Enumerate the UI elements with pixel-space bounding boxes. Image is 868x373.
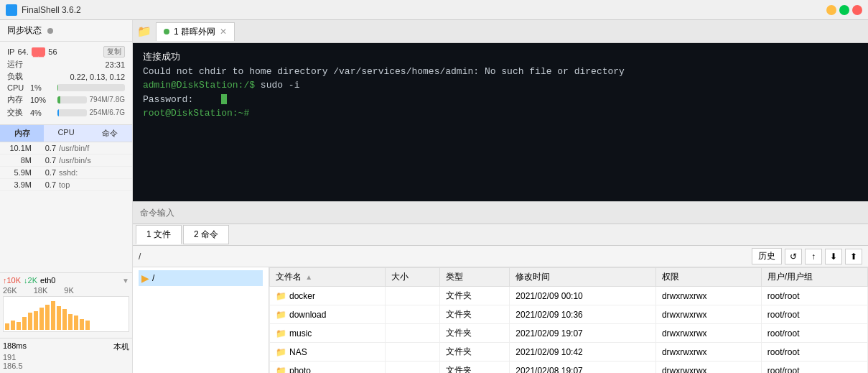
- swap-value: 4%: [30, 109, 52, 117]
- table-row[interactable]: 📁 docker 文件夹 2021/02/09 00:10 drwxrwxrwx…: [270, 287, 868, 305]
- ping-label-right: 本机: [113, 341, 129, 352]
- proc-cpu-4: 0.7: [34, 180, 56, 189]
- net-bar: [74, 316, 78, 330]
- tab-files[interactable]: 1 文件: [136, 225, 182, 244]
- sidebar-info: IP 64. ██ 56 复制 运行 23:31 负载 0.22, 0.13, …: [0, 42, 132, 125]
- download-button[interactable]: ⬇: [825, 249, 842, 264]
- ip-row: IP 64. ██ 56 复制: [7, 46, 125, 57]
- net-bar: [57, 306, 61, 330]
- cell-filename-4: 📁 photo: [270, 362, 386, 374]
- cell-perms-0: drwxrwxrwx: [655, 287, 761, 305]
- terminal-prompt-2: root@DiskStation:~#: [143, 108, 249, 119]
- file-table-header: 文件名 ▲ 大小 类型 修改时间 权限 用户/用户组: [270, 268, 868, 287]
- tab-commands-bottom[interactable]: 2 命令: [183, 225, 229, 244]
- col-modified[interactable]: 修改时间: [510, 268, 656, 287]
- tab-cpu[interactable]: CPU: [44, 125, 88, 142]
- mem-progress-bar: [57, 96, 87, 103]
- folder-icon[interactable]: 📁: [136, 23, 153, 40]
- tree-folder-icon: ▶: [141, 272, 149, 284]
- net-speeds: 26K 18K 9K: [3, 286, 129, 295]
- net-bar: [5, 323, 9, 330]
- tab-commands[interactable]: 命令: [88, 125, 132, 142]
- terminal-line-3: admin@DiskStation:/$ sudo -i: [143, 78, 858, 93]
- ping-value: 188ms: [3, 341, 27, 352]
- col-type[interactable]: 类型: [439, 268, 510, 287]
- proc-name-2: /usr/bin/s: [59, 156, 129, 165]
- up-button[interactable]: ↑: [805, 249, 822, 264]
- cell-filename-text-1: download: [289, 310, 326, 320]
- col-perms[interactable]: 权限: [655, 268, 761, 287]
- cell-type-0: 文件夹: [439, 287, 510, 305]
- file-folder-icon-2: 📁: [276, 328, 286, 339]
- cpu-progress-fill: [57, 84, 58, 91]
- file-path: /: [139, 252, 141, 262]
- net-bar: [17, 322, 21, 330]
- minimize-button[interactable]: [826, 5, 836, 15]
- cell-type-4: 文件夹: [439, 362, 510, 374]
- proc-name-4: top: [59, 180, 129, 189]
- proc-cpu-1: 0.7: [34, 144, 56, 152]
- terminal-line-4: Password:: [143, 93, 858, 107]
- session-tab[interactable]: 1 群晖外网 ✕: [156, 22, 235, 41]
- file-tree: ▶ /: [133, 267, 269, 373]
- table-row[interactable]: 📁 download 文件夹 2021/02/09 10:36 drwxrwxr…: [270, 305, 868, 324]
- terminal[interactable]: 连接成功 Could not chdir to home directory /…: [133, 43, 868, 201]
- cell-perms-2: drwxrwxrwx: [655, 324, 761, 343]
- swap-progress-row: 交换 4% 254M/6.7G: [7, 107, 125, 118]
- net-bar: [22, 317, 27, 330]
- ip-value: IP 64. ██ 56: [7, 47, 57, 56]
- table-row[interactable]: 📁 music 文件夹 2021/02/09 19:07 drwxrwxrwx …: [270, 324, 868, 343]
- cell-perms-3: drwxrwxrwx: [655, 343, 761, 362]
- tab-memory[interactable]: 内存: [0, 125, 44, 142]
- table-row[interactable]: 📁 NAS 文件夹 2021/02/09 10:42 drwxrwxrwx ro…: [270, 343, 868, 362]
- cell-size-1: [386, 305, 440, 324]
- net-speed-26k: 26K: [3, 286, 17, 295]
- network-chart: [3, 296, 129, 332]
- col-filename[interactable]: 文件名 ▲: [270, 268, 386, 287]
- proc-mem-2: 8M: [3, 156, 32, 165]
- process-list: 10.1M 0.7 /usr/bin/f 8M 0.7 /usr/bin/s 5…: [0, 142, 132, 272]
- maximize-button[interactable]: [839, 5, 849, 15]
- table-row[interactable]: 📁 photo 文件夹 2021/02/08 19:07 drwxrwxrwx …: [270, 362, 868, 374]
- process-item: 5.9M 0.7 sshd:: [0, 167, 132, 179]
- proc-cpu-2: 0.7: [34, 156, 56, 165]
- cpu-value: 1%: [30, 83, 52, 92]
- cell-type-2: 文件夹: [439, 324, 510, 343]
- swap-label: 交换: [7, 107, 27, 118]
- network-section: ↑10K ↓2K eth0 ▼ 26K 18K 9K: [0, 272, 132, 338]
- upload-button[interactable]: ⬆: [845, 249, 862, 264]
- cpu-progress-bar: [57, 84, 125, 91]
- network-row: ↑10K ↓2K eth0 ▼: [3, 276, 129, 285]
- refresh-button[interactable]: ↺: [785, 249, 802, 264]
- close-button[interactable]: [852, 5, 862, 15]
- cell-type-3: 文件夹: [439, 343, 510, 362]
- cell-owner-1: root/root: [761, 305, 867, 324]
- net-bar: [68, 314, 73, 330]
- load-value: 0.22, 0.13, 0.12: [70, 73, 125, 81]
- col-owner[interactable]: 用户/用户组: [761, 268, 867, 287]
- session-tab-close[interactable]: ✕: [220, 27, 227, 37]
- cell-perms-1: drwxrwxrwx: [655, 305, 761, 324]
- tree-item-root[interactable]: ▶ /: [139, 270, 263, 286]
- swap-progress-fill: [57, 109, 59, 116]
- terminal-line-5: root@DiskStation:~#: [143, 106, 858, 121]
- col-size[interactable]: 大小: [386, 268, 440, 287]
- cpu-progress-row: CPU 1%: [7, 83, 125, 92]
- ip-prefix: 64.: [17, 47, 28, 56]
- net-up: ↑10K: [3, 276, 21, 285]
- file-table-container: 文件名 ▲ 大小 类型 修改时间 权限 用户/用户组 �: [269, 267, 868, 373]
- cmd-input-bar[interactable]: 命令输入: [133, 201, 868, 224]
- history-button[interactable]: 历史: [752, 248, 782, 264]
- net-bar: [11, 321, 15, 330]
- cell-size-4: [386, 362, 440, 374]
- mem-progress-fill: [57, 96, 60, 103]
- run-label: 运行: [7, 59, 23, 70]
- ping-numbers: 191 186.5: [3, 353, 129, 370]
- mem-progress-row: 内存 10% 794M/7.8G: [7, 94, 125, 105]
- load-label: 负载: [7, 71, 23, 82]
- net-bar: [45, 305, 50, 330]
- terminal-line-2: Could not chdir to home directory /var/s…: [143, 65, 858, 79]
- copy-ip-button[interactable]: 复制: [103, 46, 125, 57]
- net-dropdown-icon[interactable]: ▼: [122, 277, 129, 285]
- cell-size-2: [386, 324, 440, 343]
